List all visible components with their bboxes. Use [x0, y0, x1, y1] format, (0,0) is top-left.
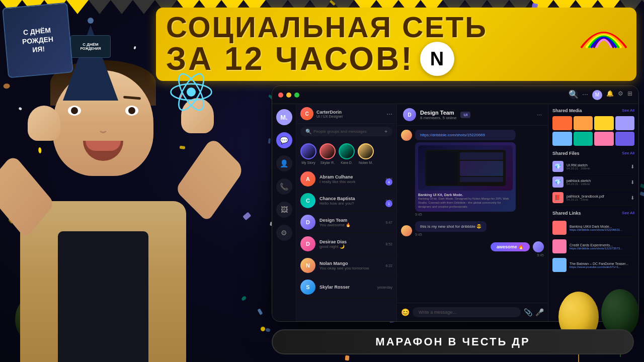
card-title: Banking UI Kit, Dark Mode.	[418, 193, 513, 197]
msg-avatar-1	[401, 130, 412, 141]
user-avatar-header[interactable]: M	[592, 90, 602, 100]
file-item-0[interactable]: 💎 UI.RM.sketch 04.20.21 · 200mb ⬇	[552, 159, 634, 174]
msg-time-sent: 9:45	[491, 253, 544, 257]
shared-files-see-all[interactable]: See All	[622, 151, 634, 156]
search-icon[interactable]: 🔍	[569, 90, 578, 99]
header-icons: 🔍 ··· M 🔔 ⚙ ⊞	[569, 90, 632, 100]
mockup-body: M. 💬 👤 📞 🖼 ⚙ C CarterDorin UI / UX Desig…	[272, 104, 638, 321]
stories-row: My Story Skylar R. Kara D. Nolan M.	[296, 139, 396, 168]
react-logo	[169, 69, 214, 117]
nose	[98, 121, 108, 133]
birthday-sign-text: С ДНЁМРОЖДЕНИЯ!	[21, 25, 54, 55]
inner-preview	[425, 150, 506, 186]
chat-item-4[interactable]: N Nolan Mango You okay see you tomorrow …	[296, 255, 396, 277]
chat-list-header: C CarterDorin UI / UX Designer ···	[296, 104, 396, 124]
media-thumb-2[interactable]	[594, 116, 614, 130]
bell-icon[interactable]: 🔔	[606, 90, 614, 100]
input-placeholder: Write a message...	[419, 310, 456, 315]
ui-badge: UI	[460, 112, 470, 118]
shared-links-see-all[interactable]: See All	[622, 211, 634, 216]
shared-media-title-row: Shared Media See All	[552, 108, 634, 113]
media-thumb-3[interactable]	[615, 116, 635, 130]
rainbow-arc	[579, 23, 629, 52]
app-mockup: 🔍 ··· M 🔔 ⚙ ⊞ M. 💬 👤 📞 🖼 ⚙	[272, 85, 639, 322]
settings-icon[interactable]: ⚙	[618, 90, 623, 100]
sidebar-settings-icon[interactable]: ⚙	[276, 225, 292, 241]
media-thumb-5[interactable]	[574, 132, 593, 146]
yellow-banner: СОЦИАЛЬНАЯ СЕТЬ ЗА 12 ЧАСОВ! N	[156, 8, 636, 81]
search-placeholder: People groups and messages	[313, 129, 367, 134]
media-thumb-0[interactable]	[552, 116, 572, 130]
mac-maximize-btn[interactable]	[294, 93, 299, 98]
active-user-avatar: C	[300, 107, 313, 120]
msg-time-1: 9:45	[415, 213, 516, 216]
more-icon[interactable]: ···	[582, 90, 588, 100]
svg-point-0	[187, 87, 196, 97]
message-row-2: this is my new shot for dribbble 😎 9:45	[401, 221, 544, 236]
left-hand	[28, 106, 60, 141]
bottom-banner: МАРАФОН В ЧЕСТЬ ДР	[272, 329, 634, 354]
chat-item-0[interactable]: A Abram Culhane I really like this work …	[296, 168, 396, 190]
media-thumb-7[interactable]	[615, 132, 635, 146]
active-user-role: UI / UX Designer	[316, 115, 343, 118]
main-header-more[interactable]: ···	[537, 111, 542, 118]
media-thumb-6[interactable]	[594, 132, 614, 146]
message-row-sent: awesome 🔥 9:45	[401, 241, 544, 257]
chat-search-bar[interactable]: 🔍 People groups and messages +	[300, 127, 392, 136]
text-message-2: this is my new shot for dribbble 😎	[415, 221, 487, 232]
chat-list-more[interactable]: ···	[386, 110, 392, 118]
active-user-name: CarterDorin	[316, 110, 343, 115]
active-user-info: CarterDorin UI / UX Designer	[316, 110, 343, 118]
chat-input[interactable]: Write a message...	[413, 307, 521, 317]
shared-media-section: Shared Media See All	[552, 108, 634, 146]
left-eye	[68, 106, 81, 116]
main-chat-title: Design Team	[420, 110, 456, 116]
story-item-2[interactable]: Kara D.	[339, 143, 355, 164]
message-content-2: this is my new shot for dribbble 😎 9:45	[415, 221, 487, 236]
story-item-0[interactable]: My Story	[300, 143, 316, 164]
add-chat-btn[interactable]: +	[384, 129, 387, 134]
chat-item-2[interactable]: D Design Team You awesome 🔥 9:47	[296, 212, 396, 233]
main-chat-area: D Design Team 8 members, 5 online UI ···	[397, 104, 548, 321]
media-thumb-1[interactable]	[574, 116, 593, 130]
mockup-window-header: 🔍 ··· M 🔔 ⚙ ⊞	[272, 86, 638, 104]
sidebar-contacts-icon[interactable]: 👤	[276, 155, 292, 171]
chat-input-area: 😊 Write a message... 📎 🎤	[397, 303, 548, 321]
awesome-button[interactable]: awesome 🔥	[491, 242, 530, 251]
bottom-banner-text: МАРАФОН В ЧЕСТЬ ДР	[375, 335, 530, 348]
shared-links-section: Shared Links See All Banking UIKit Dark …	[552, 211, 634, 275]
search-area: 🔍 People groups and messages +	[296, 124, 396, 139]
mouth	[83, 141, 123, 161]
sidebar-logo: M.	[276, 109, 292, 125]
story-item-3[interactable]: Nolan M.	[358, 143, 374, 164]
mac-minimize-btn[interactable]	[286, 93, 291, 98]
chat-item-5[interactable]: S Skylar Rosser yesterday	[296, 277, 396, 298]
sidebar-photos-icon[interactable]: 🖼	[276, 202, 292, 218]
main-chat-avatar: D	[403, 108, 416, 121]
story-item-1[interactable]: Skylar R.	[319, 143, 336, 164]
media-thumb-4[interactable]	[552, 132, 572, 146]
sidebar-chat-icon[interactable]: 💬	[276, 132, 292, 148]
shared-files-section: Shared Files See All 💎 UI.RM.sketch 04.2…	[552, 151, 634, 206]
chat-item-3[interactable]: D Desirae Dias good night 🌙 8:52	[296, 233, 396, 255]
main-chat-header: D Design Team 8 members, 5 online UI ···	[397, 104, 548, 126]
sent-message-row: awesome 🔥	[491, 241, 544, 252]
attachment-btn[interactable]: 📎	[524, 308, 532, 316]
shared-media-see-all[interactable]: See All	[622, 108, 634, 113]
chat-item-1[interactable]: C Chance Baptista Hello how are you? 9:5…	[296, 190, 396, 212]
emoji-btn[interactable]: 😊	[401, 308, 410, 316]
mic-btn[interactable]: 🎤	[535, 308, 544, 316]
expand-icon[interactable]: ⊞	[627, 90, 632, 100]
file-item-1[interactable]: 💎 pathlock.sketch 04.20.21 · 100mb ⬇	[552, 174, 634, 190]
right-eye	[125, 106, 138, 116]
file-item-2[interactable]: 📕 pathlock_brandbook.pdf 04.20.21 · 20mb…	[552, 190, 634, 206]
link-item-2[interactable]: The Batman – DC FanDome Teaser... https:…	[552, 256, 634, 275]
birthday-sign-left: С ДНЁМРОЖДЕНИЯ!	[2, 3, 73, 78]
link-item-1[interactable]: Credit Cards Experiments... https://drib…	[552, 237, 634, 256]
mac-close-btn[interactable]	[278, 93, 283, 98]
sidebar-call-icon[interactable]: 📞	[276, 178, 292, 195]
nextjs-badge: N	[420, 42, 454, 76]
hat-text-2: РОЖДЕНИЯ	[80, 47, 101, 51]
link-item-0[interactable]: Banking UIKit Dark Mode... https://dribb…	[552, 219, 634, 237]
shared-links-label: Shared Links	[552, 211, 581, 216]
